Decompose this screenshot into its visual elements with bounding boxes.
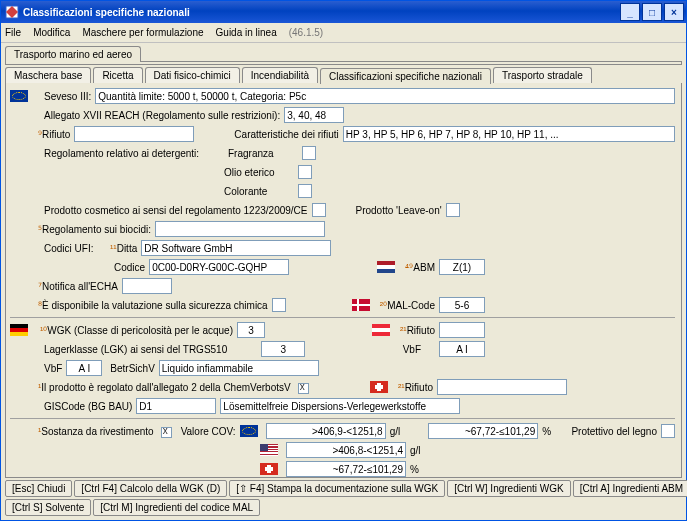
abm-label: ABM	[413, 262, 435, 273]
tab-trasporto-marino[interactable]: Trasporto marino ed aereo	[5, 46, 141, 62]
ch-flag-icon	[370, 381, 388, 393]
version-label: (46.1.5)	[289, 27, 323, 38]
tab-dati-fisico[interactable]: Dati fisico-chimici	[145, 67, 240, 83]
olio-checkbox[interactable]	[298, 165, 312, 179]
voc-eu-input[interactable]	[266, 423, 386, 439]
voc-eu-unit: g/l	[390, 426, 401, 437]
minimize-button[interactable]: _	[620, 3, 640, 21]
lgk-input[interactable]	[261, 341, 305, 357]
tabs-row-main: Maschera base Ricetta Dati fisico-chimic…	[1, 65, 686, 83]
at-vbf-input[interactable]	[439, 341, 485, 357]
caratt-input[interactable]	[343, 126, 675, 142]
menu-modifica[interactable]: Modifica	[33, 27, 70, 38]
nl-flag-icon	[377, 261, 395, 273]
de-vbf-input[interactable]	[66, 360, 102, 376]
detergenti-label: Regolamento relativo ai detergenti:	[44, 148, 224, 159]
notifica-label: Notifica all'ECHA	[42, 281, 118, 292]
menu-file[interactable]: File	[5, 27, 21, 38]
voc-ch-unit: %	[410, 464, 419, 475]
cosmetico-label: Prodotto cosmetico ai sensi del regolame…	[44, 205, 308, 216]
seveso-input[interactable]	[95, 88, 675, 104]
cosmetico-checkbox[interactable]	[312, 203, 326, 217]
voc-eu-flag-icon	[240, 425, 258, 437]
chemv-checkbox[interactable]	[298, 383, 309, 394]
codice-input[interactable]	[149, 259, 289, 275]
menu-maschere[interactable]: Maschere per formulazione	[82, 27, 203, 38]
de-flag-icon	[10, 324, 28, 336]
colorante-label: Colorante	[224, 186, 294, 197]
betr-input[interactable]	[159, 360, 319, 376]
sostanza-label: Sostanza da rivestimento	[41, 426, 153, 437]
app-icon	[5, 5, 19, 19]
voc-pct-unit: %	[542, 426, 551, 437]
gis-input[interactable]	[136, 398, 216, 414]
chemv-label: Il prodotto è regolato dall'allegato 2 d…	[41, 382, 290, 393]
tab-trasporto-stradale[interactable]: Trasporto stradale	[493, 67, 592, 83]
colorante-checkbox[interactable]	[298, 184, 312, 198]
voc-label: Valore COV:	[181, 426, 236, 437]
codiciufi-label: Codici UFI:	[44, 243, 106, 254]
tab-incendiabilita[interactable]: Incendiabilità	[242, 67, 318, 83]
stampa-wgk-button[interactable]: [⇧ F4] Stampa la documentazione sulla WG…	[229, 480, 445, 497]
tab-classificazioni[interactable]: Classificazioni specifiche nazionali	[320, 68, 491, 84]
allegato-input[interactable]	[284, 107, 344, 123]
ditta-label: Ditta	[117, 243, 138, 254]
leaveon-label: Prodotto 'Leave-on'	[356, 205, 442, 216]
leaveon-checkbox[interactable]	[446, 203, 460, 217]
voc-pct-input[interactable]	[428, 423, 538, 439]
wgk-input[interactable]	[237, 322, 265, 338]
voc-ch-input[interactable]	[286, 461, 406, 477]
protettivo-label: Protettivo del legno	[571, 426, 657, 437]
at-rifiuto-label: Rifiuto	[407, 325, 435, 336]
ditta-input[interactable]	[141, 240, 331, 256]
de-vbf-label: VbF	[44, 363, 62, 374]
ingredienti-mal-button[interactable]: [Ctrl M] Ingredienti del codice MAL	[93, 499, 260, 516]
close-button[interactable]: ×	[664, 3, 684, 21]
valutazione-checkbox[interactable]	[272, 298, 286, 312]
rifiuto-label: Rifiuto	[42, 129, 70, 140]
betr-label: BetrSichV	[110, 363, 154, 374]
protettivo-checkbox[interactable]	[661, 424, 675, 438]
voc-us-flag-icon	[260, 444, 278, 456]
fragranza-checkbox[interactable]	[302, 146, 316, 160]
calcolo-wgk-button[interactable]: [Ctrl F4] Calcolo della WGK (D)	[74, 480, 227, 497]
ingredienti-abm-button[interactable]: [Ctrl A] Ingredienti ABM	[573, 480, 687, 497]
rifiuto-input[interactable]	[74, 126, 194, 142]
menubar: File Modifica Maschere per formulazione …	[1, 23, 686, 43]
window-title: Classificazioni specifiche nazionali	[23, 7, 190, 18]
fragranza-label: Fragranza	[228, 148, 298, 159]
ingredienti-wgk-button[interactable]: [Ctrl W] Ingredienti WGK	[447, 480, 570, 497]
gis-desc-input[interactable]	[220, 398, 460, 414]
seveso-label: Seveso III:	[44, 91, 91, 102]
button-row-1: [Esc] Chiudi [Ctrl F4] Calcolo della WGK…	[1, 480, 686, 499]
menu-guida[interactable]: Guida in linea	[216, 27, 277, 38]
titlebar: Classificazioni specifiche nazionali _ □…	[1, 1, 686, 23]
allegato-label: Allegato XVII REACH (Regolamento sulle r…	[44, 110, 280, 121]
voc-us-unit: g/l	[410, 445, 421, 456]
mal-input[interactable]	[439, 297, 485, 313]
tab-maschera-base[interactable]: Maschera base	[5, 67, 91, 83]
at-rifiuto-input[interactable]	[439, 322, 485, 338]
eu-flag-icon	[10, 90, 28, 102]
maximize-button[interactable]: □	[642, 3, 662, 21]
codice-label: Codice	[114, 262, 145, 273]
sostanza-checkbox[interactable]	[161, 427, 172, 438]
abm-input[interactable]	[439, 259, 485, 275]
notifica-input[interactable]	[122, 278, 172, 294]
voc-us-input[interactable]	[286, 442, 406, 458]
solvente-button[interactable]: [Ctrl S] Solvente	[5, 499, 91, 516]
lgk-label: Lagerklasse (LGK) ai sensi del TRGS510	[44, 344, 227, 355]
biocidi-label: Regolamento sui biocidi:	[42, 224, 151, 235]
mal-label: MAL-Code	[387, 300, 435, 311]
esc-chiudi-button[interactable]: [Esc] Chiudi	[5, 480, 72, 497]
app-window: Classificazioni specifiche nazionali _ □…	[0, 0, 687, 521]
ch-rifiuto-input[interactable]	[437, 379, 567, 395]
content-pane: Seveso III: Allegato XVII REACH (Regolam…	[5, 83, 682, 478]
valutazione-label: È disponibile la valutazione sulla sicur…	[42, 300, 268, 311]
gis-label: GISCode (BG BAU)	[44, 401, 132, 412]
biocidi-input[interactable]	[155, 221, 325, 237]
at-flag-icon	[372, 324, 390, 336]
wgk-label: WGK (Classe di pericolosità per le acque…	[47, 325, 233, 336]
at-vbf-label: VbF	[403, 344, 421, 355]
tab-ricetta[interactable]: Ricetta	[93, 67, 142, 83]
